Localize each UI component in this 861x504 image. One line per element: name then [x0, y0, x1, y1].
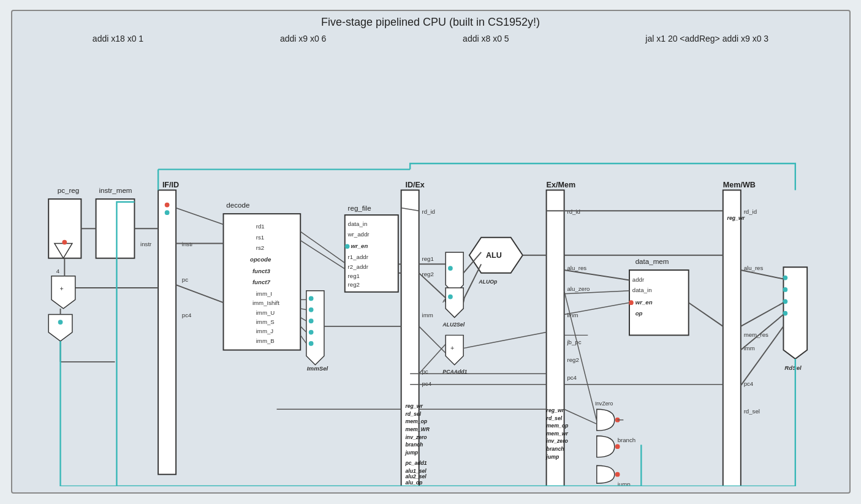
rf-reg1: reg1: [347, 273, 359, 279]
ifid-dot2: [164, 210, 169, 215]
immsel-dot2: [308, 307, 313, 312]
instr-wire-left: instr: [140, 241, 152, 247]
alu1sel-dot: [448, 266, 453, 271]
decode-funct7: funct7: [252, 279, 270, 285]
pc4-wire-label: pc4: [181, 312, 191, 318]
exmem-rd-sel: rd_sel: [546, 415, 562, 421]
rf-reg2: reg2: [347, 281, 359, 288]
alu-label: ALU: [485, 251, 501, 260]
memwb-reg-wr: reg_wr: [727, 215, 745, 221]
idex-jump: jump: [404, 449, 418, 456]
decode-imm-s: imm_S: [256, 318, 274, 325]
page-title: Five-stage pipelined CPU (built in CS195…: [12, 11, 849, 29]
rf-wr-en: wr_en: [351, 243, 368, 249]
exmem-mem-wr: mem_wr: [546, 431, 568, 437]
exmem-jb-pc: jb_pc: [566, 339, 581, 345]
decode-imm-u: imm_U: [256, 309, 275, 316]
decode-rs2: rs2: [256, 244, 264, 251]
ifid-reg: [158, 190, 176, 474]
immsel-dot4: [308, 330, 313, 335]
immsel-dot5: [308, 341, 313, 346]
exmem-inv-zero: inv_zero: [546, 438, 568, 444]
branch-output-dot: [615, 444, 620, 449]
idex-mem-wr: mem_WR: [405, 426, 430, 432]
decode-label: decode: [226, 201, 249, 209]
decode-funct3: funct3: [252, 268, 270, 274]
instr-mem-label: instr_mem: [99, 186, 132, 194]
instr-4: jal x1 20 <addReg> addi x9 x0 3: [645, 34, 768, 43]
rf-data-in: data_in: [347, 220, 367, 227]
immsel-label: ImmSel: [306, 365, 328, 372]
instr-mem-box: [96, 199, 134, 258]
diagram-area: pc_reg instr_mem + 4 IF/ID: [18, 54, 843, 486]
idex-pc-add1: pc_add1: [404, 460, 427, 466]
idex-alu2-sel: alu2_sel: [405, 473, 427, 480]
instr-wire-label: instr: [181, 241, 193, 247]
data-mem-label: data_mem: [635, 257, 669, 265]
decode-opcode: opcode: [250, 256, 271, 263]
main-container: Five-stage pipelined CPU (built in CS195…: [11, 10, 851, 494]
exmem-reg-wr: reg_wr: [546, 407, 564, 413]
adder-label: +: [59, 285, 63, 292]
rf-wr-addr: wr_addr: [347, 231, 370, 238]
exmem-pc4: pc4: [567, 374, 577, 381]
idex-branch: branch: [405, 442, 423, 448]
memwb-pc4: pc4: [743, 380, 753, 387]
idex-pc4: pc4: [422, 380, 431, 387]
idex-alu-op: alu_op: [405, 480, 423, 486]
rdsel-dot2: [783, 287, 787, 292]
immsel-mux: [306, 291, 324, 365]
idex-rd-sel: rd_sel: [405, 411, 421, 417]
decode-imm-j: imm_J: [256, 328, 273, 334]
idex-alu1-sel: alu1_sel: [405, 468, 427, 474]
rf-wren-dot: [344, 244, 349, 249]
memwb-label: Mem/WB: [723, 181, 755, 189]
idex-inv-zero: inv_zero: [405, 434, 427, 440]
exmem-alu-res: alu_res: [567, 265, 586, 271]
reg-file-label: reg_file: [347, 204, 371, 212]
memwb-reg: [723, 190, 740, 486]
pcadd1-plus: +: [450, 344, 453, 352]
ifid-label: IF/ID: [162, 181, 178, 189]
dm-data-in: data_in: [632, 287, 651, 293]
rf-r1-addr: r1_addr: [347, 254, 368, 260]
pc-wire-label: pc: [181, 276, 188, 283]
idex-reg-wr: reg_wr: [405, 403, 423, 409]
idex-reg2: reg2: [422, 271, 433, 277]
jump-output-dot: [615, 472, 620, 477]
idex-rd-id: rd_id: [422, 208, 434, 215]
alu2sel-label: ALU2Sel: [442, 322, 465, 328]
pc-mux-dot: [58, 320, 63, 325]
exmem-jump: jump: [545, 454, 559, 460]
alu2sel-dot: [448, 295, 453, 299]
decode-rd1: rd1: [256, 223, 264, 230]
pc-reg-clock-dot: [62, 240, 67, 245]
branch-label: branch: [617, 437, 635, 443]
dm-wr-en: wr_en: [635, 299, 652, 306]
memwb-alu-res: alu_res: [743, 265, 763, 271]
immsel-dot1: [308, 296, 313, 301]
instr-1: addi x18 x0 1: [93, 34, 143, 43]
pc-reg-label: pc_reg: [57, 186, 78, 194]
instruction-row: addi x18 x0 1 addi x9 x0 6 addi x8 x0 5 …: [12, 29, 849, 48]
idex-reg1: reg1: [422, 255, 433, 262]
exmem-alu-zero: alu_zero: [567, 285, 590, 292]
rdsel-label: RdSel: [784, 364, 802, 371]
instr-2: addi x9 x0 6: [280, 34, 327, 43]
invzero-label: InvZero: [594, 401, 613, 407]
ifid-dot1: [164, 203, 169, 208]
jump-label: jump: [616, 481, 630, 486]
instr-3: addi x8 x0 5: [463, 34, 509, 43]
immsel-dot3: [308, 318, 313, 323]
dm-op: op: [635, 310, 642, 317]
rdsel-dot1: [783, 276, 787, 280]
aluop-label: ALUOp: [478, 279, 498, 285]
exmem-label: Ex/Mem: [546, 181, 575, 189]
rf-r2-addr: r2_addr: [347, 263, 368, 270]
memwb-rd-id: rd_id: [743, 208, 756, 215]
idex-label: ID/Ex: [405, 181, 424, 189]
memwb-rd-sel: rd_sel: [743, 408, 759, 415]
adder-4-label: 4: [56, 268, 59, 274]
cpu-diagram: pc_reg instr_mem + 4 IF/ID: [18, 54, 843, 486]
decode-imm-ishift: imm_Ishift: [252, 299, 279, 306]
